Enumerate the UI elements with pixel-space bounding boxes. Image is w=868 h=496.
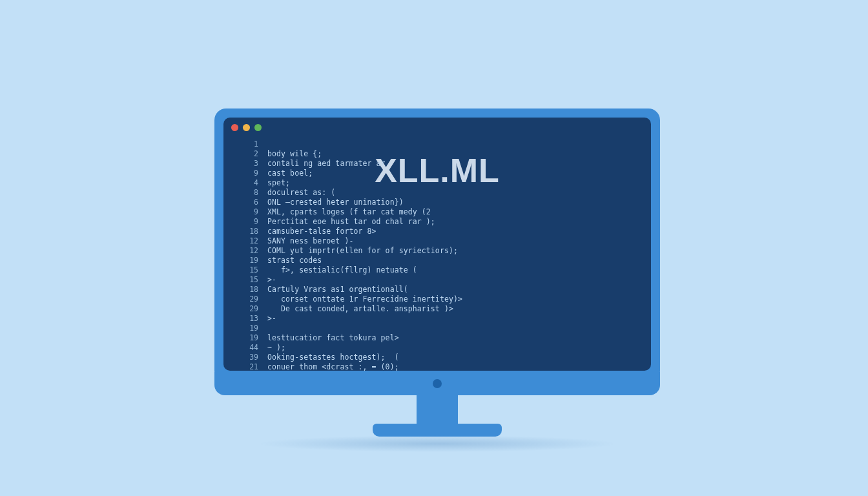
code-text: camsuber-talse fortor 8> <box>267 227 377 236</box>
monitor: XLL.ML 12body wile {;3contali ng aed tar… <box>214 108 660 457</box>
code-text: doculrest as: ( <box>267 188 335 198</box>
close-icon <box>231 124 238 131</box>
code-text: ONL —crested heter unination}) <box>267 198 404 207</box>
illustration-scene: XLL.ML 12body wile {;3contali ng aed tar… <box>0 0 868 496</box>
code-text: SANY ness beroet )- <box>267 236 353 246</box>
code-text: cast boel; <box>267 169 313 178</box>
monitor-base <box>373 424 502 437</box>
code-line: 18Cartuly Vrars as1 orgentionall( <box>239 285 636 294</box>
monitor-bezel: XLL.ML 12body wile {;3contali ng aed tar… <box>214 108 660 380</box>
line-number: 6 <box>239 198 258 207</box>
line-number: 13 <box>239 314 258 324</box>
line-number: 19 <box>239 333 258 343</box>
code-line: 6ONL —crested heter unination}) <box>239 198 636 207</box>
code-line: 39Ooking-setastes hoctgest); ( <box>239 353 636 362</box>
line-number: 1 <box>239 140 258 149</box>
minimize-icon <box>243 124 250 131</box>
line-number: 12 <box>239 236 258 246</box>
code-line: 18camsuber-talse fortor 8> <box>239 227 636 236</box>
code-text: ~ ); <box>267 343 285 353</box>
code-line: 19strast codes <box>239 256 636 265</box>
code-line: 1 <box>239 140 636 149</box>
line-number: 18 <box>239 285 258 294</box>
code-text: spet; <box>267 178 290 188</box>
line-number: 29 <box>239 304 258 314</box>
code-text: Perctitat eoe hust tar od chal rar ); <box>267 217 435 227</box>
code-text: lesttucatior fact tokura pel> <box>267 333 399 343</box>
code-line: 3contali ng aed tarmater ar <box>239 159 636 169</box>
line-number: 9 <box>239 169 258 178</box>
code-line: 12COML yut imprtr(ellen for of syriectio… <box>239 246 636 256</box>
code-line: 29 De cast conded, artalle. anspharist )… <box>239 304 636 314</box>
code-text: conuer thom <dcrast :, = (0); <box>267 362 399 371</box>
code-text: strast codes <box>267 256 322 265</box>
code-line: 9XML, cparts loges (f tar cat medy (2 <box>239 207 636 217</box>
code-text: Cartuly Vrars as1 orgentionall( <box>267 285 408 294</box>
monitor-button-icon <box>433 379 442 388</box>
code-text: f>, sestialic(fllrg) netuate ( <box>267 265 417 275</box>
code-text: Ooking-setastes hoctgest); ( <box>267 353 399 362</box>
line-number: 8 <box>239 188 258 198</box>
code-text: De cast conded, artalle. anspharist )> <box>267 304 453 314</box>
line-number: 29 <box>239 294 258 304</box>
window-traffic-lights <box>231 124 262 131</box>
code-block: 12body wile {;3contali ng aed tarmater a… <box>239 140 636 363</box>
line-number: 2 <box>239 149 258 159</box>
line-number: 15 <box>239 265 258 275</box>
line-number: 15 <box>239 275 258 285</box>
line-number: 4 <box>239 178 258 188</box>
desk-shadow <box>256 435 618 452</box>
code-text: COML yut imprtr(ellen for of syriectiors… <box>267 246 458 256</box>
line-number: 9 <box>239 207 258 217</box>
line-number: 44 <box>239 343 258 353</box>
code-line: 4spet; <box>239 178 636 188</box>
code-line: 8doculrest as: ( <box>239 188 636 198</box>
line-number: 19 <box>239 256 258 265</box>
code-text: contali ng aed tarmater ar <box>267 159 386 169</box>
code-editor-screen: XLL.ML 12body wile {;3contali ng aed tar… <box>223 118 651 371</box>
line-number: 39 <box>239 353 258 362</box>
code-line: 2body wile {; <box>239 149 636 159</box>
code-text: XML, cparts loges (f tar cat medy (2 <box>267 207 431 217</box>
code-line: 29 corset onttate 1r Ferrecidne inertite… <box>239 294 636 304</box>
monitor-neck <box>417 393 458 426</box>
line-number: 18 <box>239 227 258 236</box>
code-line: 19 <box>239 324 636 333</box>
code-line: 21conuer thom <dcrast :, = (0); <box>239 362 636 371</box>
line-number: 21 <box>239 362 258 371</box>
line-number: 9 <box>239 217 258 227</box>
code-line: 19lesttucatior fact tokura pel> <box>239 333 636 343</box>
maximize-icon <box>254 124 262 131</box>
code-text: >- <box>267 314 276 324</box>
line-number: 12 <box>239 246 258 256</box>
code-line: 13>- <box>239 314 636 324</box>
code-text: body wile {; <box>267 149 322 159</box>
code-line: 9Perctitat eoe hust tar od chal rar ); <box>239 217 636 227</box>
code-line: 12SANY ness beroet )- <box>239 236 636 246</box>
line-number: 3 <box>239 159 258 169</box>
code-line: 9cast boel; <box>239 169 636 178</box>
code-line: 44~ ); <box>239 343 636 353</box>
code-text: corset onttate 1r Ferrecidne inertitey)> <box>267 294 462 304</box>
monitor-chin <box>214 372 660 395</box>
line-number: 19 <box>239 324 258 333</box>
code-line: 15>- <box>239 275 636 285</box>
code-text: >- <box>267 275 276 285</box>
code-line: 15 f>, sestialic(fllrg) netuate ( <box>239 265 636 275</box>
